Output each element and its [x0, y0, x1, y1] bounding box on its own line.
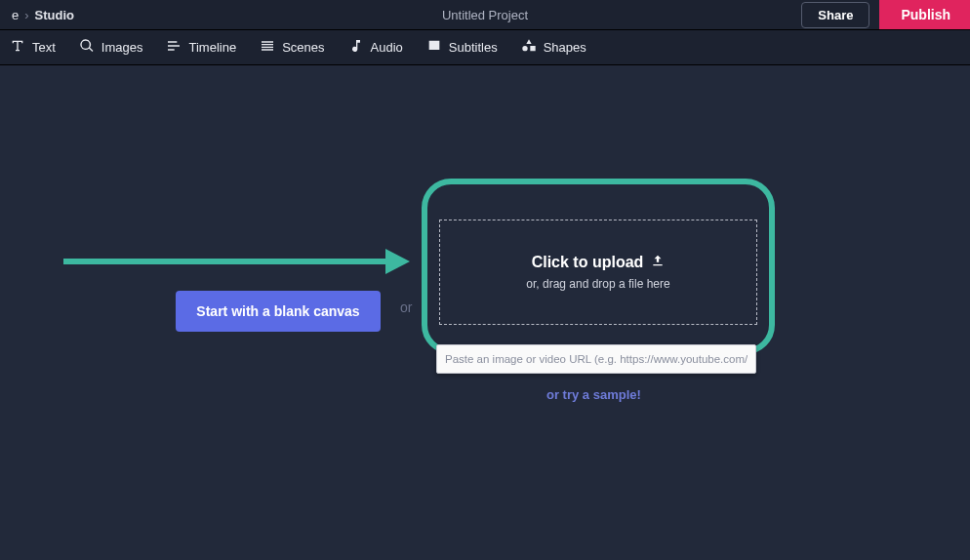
tool-images-label: Images [101, 40, 143, 55]
subtitles-icon [426, 38, 442, 57]
text-icon [10, 38, 25, 57]
tool-subtitles-label: Subtitles [449, 40, 498, 55]
or-separator: or [400, 300, 412, 315]
tool-subtitles[interactable]: Subtitles [426, 38, 498, 57]
toolbar: Text Images Timeline Scenes Audio Subtit… [0, 29, 970, 64]
tool-shapes[interactable]: Shapes [521, 38, 586, 57]
upload-subtitle: or, drag and drop a file here [526, 277, 669, 291]
tool-scenes[interactable]: Scenes [260, 38, 324, 57]
search-icon [79, 38, 95, 57]
workspace: Start with a blank canvas or Click to up… [0, 65, 970, 560]
breadcrumb: e › Studio [12, 8, 74, 22]
tool-text[interactable]: Text [10, 38, 56, 57]
breadcrumb-home[interactable]: e [12, 8, 19, 22]
project-title[interactable]: Untitled Project [442, 8, 528, 22]
tutorial-arrow-icon [63, 249, 415, 288]
breadcrumb-studio[interactable]: Studio [35, 8, 74, 22]
tool-timeline-label: Timeline [188, 40, 236, 55]
tool-audio[interactable]: Audio [348, 38, 403, 57]
share-button[interactable]: Share [801, 2, 869, 28]
timeline-icon [166, 38, 182, 57]
breadcrumb-sep: › [24, 8, 28, 22]
top-actions: Share Publish [801, 0, 970, 29]
blank-canvas-button[interactable]: Start with a blank canvas [176, 291, 381, 332]
try-sample-link[interactable]: or try a sample! [546, 387, 641, 402]
publish-button[interactable]: Publish [879, 0, 970, 29]
shapes-icon [521, 38, 537, 57]
tool-shapes-label: Shapes [544, 40, 586, 55]
tool-images[interactable]: Images [79, 38, 143, 57]
tool-timeline[interactable]: Timeline [166, 38, 236, 57]
upload-icon [651, 254, 665, 271]
upload-title: Click to upload [532, 254, 666, 271]
audio-icon [348, 38, 364, 57]
tool-audio-label: Audio [371, 40, 403, 55]
tool-scenes-label: Scenes [282, 40, 324, 55]
scenes-icon [260, 38, 275, 57]
url-input[interactable] [436, 344, 756, 374]
upload-dropzone[interactable]: Click to upload or, drag and drop a file… [439, 220, 757, 325]
upload-title-text: Click to upload [532, 254, 644, 271]
svg-marker-1 [385, 249, 410, 274]
tool-text-label: Text [32, 40, 56, 55]
top-bar: e › Studio Untitled Project Share Publis… [0, 0, 970, 29]
